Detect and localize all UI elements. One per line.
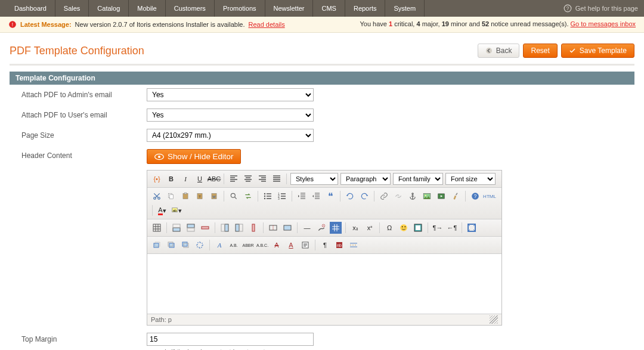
del-button[interactable]: A [271, 239, 283, 251]
widget-icon[interactable]: {•} [151, 173, 163, 185]
layer-backward-button[interactable] [179, 239, 191, 251]
nav-dashboard[interactable]: Dashboard [6, 0, 55, 17]
paragraph-select[interactable]: Paragraph [340, 173, 391, 185]
copy-button[interactable] [165, 190, 177, 202]
subscript-button[interactable]: x₂ [349, 222, 361, 234]
superscript-button[interactable]: x² [364, 222, 376, 234]
back-button[interactable]: Back [478, 44, 520, 58]
rtl-button[interactable]: ←¶ [446, 222, 458, 234]
abbr-button[interactable]: ABBR [242, 239, 254, 251]
find-button[interactable] [228, 190, 240, 202]
help-button[interactable]: ? [469, 190, 481, 202]
italic-button[interactable]: I [179, 173, 191, 185]
col-delete-button[interactable] [247, 222, 259, 234]
nav-reports[interactable]: Reports [345, 0, 386, 17]
svg-rect-55 [169, 243, 174, 247]
save-template-button[interactable]: Save Template [561, 44, 634, 58]
indent-button[interactable] [310, 190, 322, 202]
strikethrough-button[interactable]: ABC [208, 173, 220, 185]
unlink-button[interactable] [392, 190, 404, 202]
show-hide-editor-button[interactable]: Show / Hide Editor [147, 149, 241, 164]
attach-user-select[interactable]: Yes [147, 109, 314, 122]
split-cells-button[interactable] [267, 222, 279, 234]
resize-handle[interactable] [490, 315, 498, 324]
fullscreen-button[interactable] [466, 222, 478, 234]
nav-sales[interactable]: Sales [55, 0, 89, 17]
row-before-button[interactable] [171, 222, 182, 234]
paste-text-button[interactable]: T [194, 190, 206, 202]
nav-cms[interactable]: CMS [313, 0, 345, 17]
numbered-list-button[interactable]: 123 [276, 190, 288, 202]
col-before-button[interactable] [219, 222, 231, 234]
help-link[interactable]: ? Get help for this page [564, 4, 638, 13]
top-margin-input[interactable] [147, 333, 314, 346]
pagebreak-button[interactable] [348, 239, 360, 251]
svg-text:ab: ab [173, 209, 177, 212]
fontsize-select[interactable]: Font size [445, 173, 496, 185]
styles-select[interactable]: Styles [290, 173, 338, 185]
align-left-button[interactable] [228, 173, 240, 185]
emotions-button[interactable] [398, 222, 410, 234]
cite-button[interactable]: A.B. [228, 239, 240, 251]
nav-newsletter[interactable]: Newsletter [265, 0, 314, 17]
nbsp-button[interactable]: nb [333, 239, 345, 251]
ltr-button[interactable]: ¶→ [432, 222, 444, 234]
underline-button[interactable]: U [194, 173, 206, 185]
check-icon [569, 47, 576, 54]
link-button[interactable] [378, 190, 390, 202]
table-button[interactable] [151, 222, 163, 234]
page-size-select[interactable]: A4 (210x297 mm.) [147, 129, 314, 142]
remove-format-button[interactable] [315, 222, 327, 234]
outdent-button[interactable] [296, 190, 308, 202]
editor-textarea[interactable] [147, 254, 501, 314]
layer-button[interactable] [151, 239, 163, 251]
row-after-button[interactable] [185, 222, 197, 234]
nav-system[interactable]: System [385, 0, 425, 17]
hr-button[interactable]: — [301, 222, 313, 234]
attribs-button[interactable] [299, 239, 311, 251]
bullet-list-button[interactable] [262, 190, 274, 202]
nav-customers[interactable]: Customers [166, 0, 215, 17]
nav-promotions[interactable]: Promotions [215, 0, 265, 17]
blockquote-button[interactable]: ❝ [324, 190, 336, 202]
nav-catalog[interactable]: Catalog [89, 0, 129, 17]
align-right-button[interactable] [256, 173, 268, 185]
iframe-button[interactable] [412, 222, 424, 234]
fontfamily-select[interactable]: Font family [393, 173, 443, 185]
layer-absolute-button[interactable] [194, 239, 206, 251]
anchor-button[interactable] [407, 190, 419, 202]
redo-button[interactable] [358, 190, 370, 202]
editor-toolbar-row2: T W 123 ❝ [147, 188, 501, 219]
paste-button[interactable] [179, 190, 191, 202]
ins-button[interactable]: A [285, 239, 297, 251]
acronym-button[interactable]: A.B.C. [256, 239, 268, 251]
image-button[interactable] [421, 190, 433, 202]
styleprops-button[interactable]: A [213, 239, 225, 251]
text-color-button[interactable]: A▾ [156, 205, 168, 216]
bold-button[interactable]: B [165, 173, 177, 185]
cut-button[interactable] [151, 190, 163, 202]
media-button[interactable] [435, 190, 447, 202]
row-delete-button[interactable] [199, 222, 211, 234]
svg-rect-10 [170, 195, 174, 199]
col-after-button[interactable] [233, 222, 245, 234]
paste-word-button[interactable]: W [208, 190, 220, 202]
attach-admin-select[interactable]: Yes [147, 88, 314, 101]
replace-button[interactable] [242, 190, 254, 202]
html-button[interactable]: HTML [484, 190, 496, 202]
go-inbox-link[interactable]: Go to messages inbox [571, 20, 636, 27]
msg-prefix: You have [360, 20, 389, 27]
charmap-button[interactable]: Ω [383, 222, 395, 234]
merge-cells-button[interactable] [281, 222, 293, 234]
cleanup-button[interactable] [450, 190, 462, 202]
read-details-link[interactable]: Read details [249, 21, 285, 28]
nav-mobile[interactable]: Mobile [129, 0, 165, 17]
align-center-button[interactable] [242, 173, 254, 185]
align-justify-button[interactable] [271, 173, 283, 185]
bg-color-button[interactable]: ab▾ [171, 205, 182, 216]
reset-button[interactable]: Reset [523, 44, 557, 58]
visualaid-button[interactable] [330, 222, 342, 234]
visualchars-button[interactable]: ¶ [319, 239, 331, 251]
undo-button[interactable] [344, 190, 356, 202]
layer-forward-button[interactable] [165, 239, 177, 251]
